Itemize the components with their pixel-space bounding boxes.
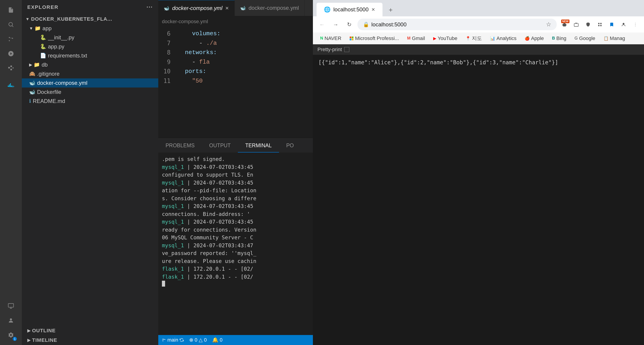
wallet-icon[interactable] — [571, 19, 581, 29]
file-dockerfile-label: Dockerfile — [37, 89, 62, 95]
terminal-tab[interactable]: TERMINAL — [238, 139, 279, 152]
file-gitignore[interactable]: 🙈 .gitignore — [22, 69, 158, 78]
lock-icon: 🔒 — [363, 21, 369, 27]
bookmark-gmail[interactable]: M Gmail — [404, 34, 428, 42]
tab-close-btn[interactable]: ✕ — [225, 5, 229, 11]
outline-section[interactable]: ▶ OUTLINE — [22, 326, 158, 336]
file-dockerfile[interactable]: 🐋 Dockerfile — [22, 87, 158, 97]
bookmark-analytics[interactable]: 📊 Analytics — [486, 34, 520, 42]
file-gitignore-label: .gitignore — [37, 71, 60, 77]
settings-toolbar-icon[interactable] — [630, 19, 640, 29]
collections-icon[interactable] — [595, 19, 605, 29]
files-icon[interactable] — [4, 4, 17, 16]
term-line-11: 06 MySQL Community Server - C — [162, 234, 309, 242]
back-btn[interactable]: ← — [316, 19, 328, 30]
extensions-icon[interactable] — [4, 62, 17, 74]
browser-tab-localhost[interactable]: 🌐 localhost:5000 ✕ — [316, 3, 382, 16]
tab-label-active: docker-compose.yml — [172, 5, 222, 11]
file-docker-compose[interactable]: 🐋 docker-compose.yml — [22, 78, 158, 87]
folder-app[interactable]: ▼ 📁 app — [22, 24, 158, 33]
code-editor[interactable]: 6 7 8 9 10 11 volumes: - ./a networks: -… — [158, 27, 313, 139]
docker-icon[interactable] — [4, 80, 17, 93]
file-readme[interactable]: ℹ README.md — [22, 97, 158, 106]
browser-tab-close[interactable]: ✕ — [371, 7, 375, 12]
svg-point-2 — [9, 37, 10, 38]
svg-point-31 — [635, 26, 636, 26]
svg-line-1 — [12, 26, 13, 27]
svg-rect-25 — [600, 23, 602, 24]
svg-point-19 — [10, 319, 12, 321]
google-icon: G — [575, 36, 578, 41]
file-app-py-label: app.py — [48, 43, 64, 50]
ports-tab[interactable]: PO — [279, 139, 301, 152]
problems-label: PROBLEMS — [166, 142, 195, 149]
file-init-py[interactable]: 🐍 __init__.py — [22, 33, 158, 42]
file-requirements-txt[interactable]: 📄 requirements.txt — [22, 51, 158, 60]
browser-favicon: 🌐 — [324, 6, 331, 13]
file-init-py-label: __init__.py — [48, 34, 74, 41]
browser-chrome: 🌐 localhost:5000 ✕ ＋ — [313, 0, 644, 16]
file-requirements-label: requirements.txt — [48, 52, 87, 59]
output-tab[interactable]: OUTPUT — [202, 139, 238, 152]
new-tab-btn[interactable]: ＋ — [383, 3, 398, 16]
account-icon[interactable] — [4, 314, 17, 327]
root-folder[interactable]: ▼ DOCKER_KUBERNETES_FLA... — [22, 14, 158, 24]
pretty-print-checkbox[interactable] — [344, 47, 349, 52]
timeline-section[interactable]: ▶ TIMELINE — [22, 336, 158, 345]
star-btn[interactable]: ☆ — [546, 21, 551, 28]
search-icon[interactable] — [4, 18, 17, 31]
favorites-icon[interactable] — [607, 19, 617, 29]
svg-rect-6 — [10, 65, 12, 67]
bookmark-apple[interactable]: 🍎 Apple — [521, 34, 547, 42]
run-debug-icon[interactable] — [4, 47, 17, 60]
bookmark-google[interactable]: G Google — [571, 34, 599, 42]
term-line-6: s. Consider choosing a differe — [162, 195, 309, 203]
error-count[interactable]: ⊗ 0 △ 0 — [189, 337, 207, 343]
bookmark-map-label: 지도 — [472, 35, 482, 42]
settings-icon[interactable]: 1 — [4, 329, 17, 341]
bookmark-microsoft[interactable]: Microsoft Professi... — [346, 34, 402, 42]
cursor — [162, 281, 165, 287]
youtube-icon: ▶ — [433, 36, 436, 41]
term-line-15: flask_1 | 172.20.0.1 - - [02/ — [162, 265, 309, 273]
bookmark-manage[interactable]: 📋 Manag — [600, 34, 629, 42]
url-text: localhost:5000 — [371, 21, 406, 28]
bookmark-youtube-label: YouTube — [438, 35, 457, 41]
address-bar[interactable]: 🔒 localhost:5000 ☆ — [358, 19, 557, 30]
tab-docker-compose-active[interactable]: 🐋 docker-compose.yml ✕ — [158, 0, 235, 16]
folder-db-label: db — [42, 62, 48, 68]
problems-tab[interactable]: PROBLEMS — [158, 139, 202, 152]
file-tree: ▼ 📁 app 🐍 __init__.py 🐍 app.py 📄 require… — [22, 24, 158, 326]
svg-rect-8 — [12, 67, 14, 69]
analytics-icon: 📊 — [490, 36, 495, 41]
remote-icon[interactable] — [4, 300, 17, 312]
bookmark-bing[interactable]: B Bing — [548, 34, 570, 42]
forward-btn[interactable]: → — [330, 19, 341, 30]
source-control-icon[interactable] — [4, 33, 17, 45]
refresh-btn[interactable]: ↻ — [344, 19, 355, 30]
shield-icon[interactable] — [583, 19, 593, 29]
extensions-toolbar-icon[interactable]: NEW — [560, 19, 570, 29]
terminal-content[interactable]: .pem is self signed. mysql_1 | 2024-07-0… — [158, 152, 313, 335]
tab-docker-compose-inactive[interactable]: 🐋 docker-compose.yml — [235, 0, 304, 16]
profile-icon[interactable] — [618, 19, 628, 29]
term-line-2: mysql_1 | 2024-07-02T03:43:45 — [162, 163, 309, 171]
folder-db[interactable]: ▶ 📁 db — [22, 60, 158, 69]
editor-tab-bar: 🐋 docker-compose.yml ✕ 🐋 docker-compose.… — [158, 0, 313, 16]
svg-rect-35 — [352, 38, 354, 40]
map-icon: 📍 — [466, 36, 470, 41]
info-num: 0 — [220, 337, 222, 343]
bookmark-naver[interactable]: N NAVER — [316, 34, 345, 42]
breadcrumb-file: docker-compose.yml — [162, 19, 208, 24]
bookmark-bing-label: Bing — [556, 35, 566, 41]
bookmark-apple-label: Apple — [531, 35, 544, 41]
info-count[interactable]: 🔔 0 — [212, 337, 222, 343]
file-app-py[interactable]: 🐍 app.py — [22, 42, 158, 51]
term-line-1: .pem is self signed. — [162, 155, 309, 163]
bookmark-map[interactable]: 📍 지도 — [462, 34, 486, 43]
new-badge: NEW — [561, 19, 570, 23]
explorer-actions[interactable]: ··· — [146, 4, 153, 11]
svg-rect-33 — [352, 36, 354, 38]
git-branch[interactable]: main — [162, 337, 184, 343]
bookmark-youtube[interactable]: ▶ YouTube — [430, 34, 461, 42]
